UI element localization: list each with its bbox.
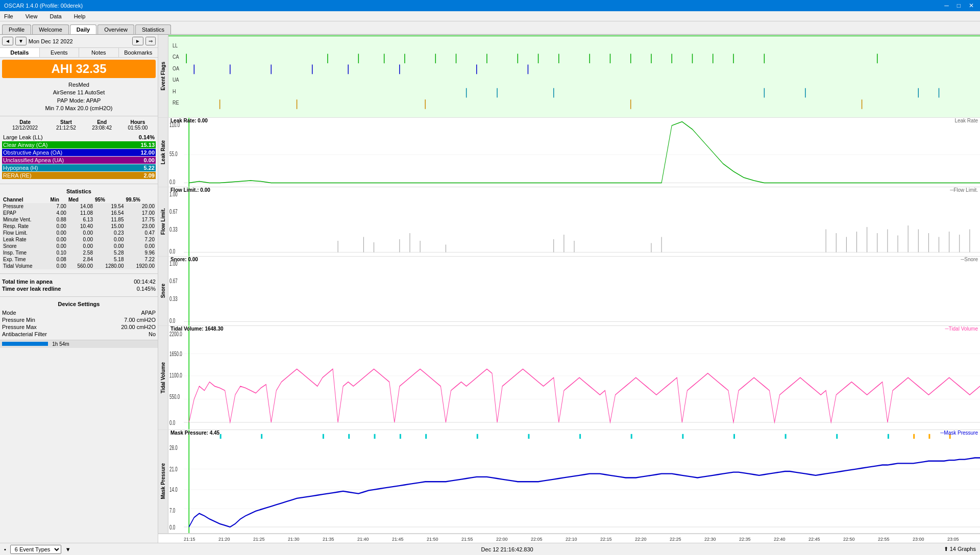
tab-overview[interactable]: Overview xyxy=(97,24,134,34)
title-bar: OSCAR 1.4.0 (Profile: 00derek) ─ □ ✕ xyxy=(0,0,980,11)
event-row-ua: Unclassified Apnea (UA) 0.00 xyxy=(2,157,156,164)
minimize-button[interactable]: ─ xyxy=(942,2,951,9)
stats-cell-2-0: Minute Vent. xyxy=(2,216,50,223)
stats-cell-4-0: Flow Limit. xyxy=(2,230,50,236)
ds-value-3: No xyxy=(149,331,156,337)
svg-text:21:30: 21:30 xyxy=(288,537,300,542)
chart-title-bar-tidal-volume: Tidal Volume: 1648.30 ─Tidal Volume xyxy=(168,326,980,334)
chart-content-snore[interactable]: Snore: 0.00 ─Snore 1.00 0.67 0.33 0.0 xyxy=(168,257,980,325)
svg-text:22:25: 22:25 xyxy=(670,537,681,542)
bottom-bar: • 6 Event Types ▼ Dec 12 21:16:42.830 ⬆ … xyxy=(0,543,980,555)
pressure-range: Min 7.0 Max 20.0 (cmH2O) xyxy=(1,105,157,112)
close-button[interactable]: ✕ xyxy=(967,2,976,9)
chart-svg-mask-pressure: 28.0 21.0 14.0 7.0 0.0 xyxy=(168,430,980,534)
stats-cell-3-0: Resp. Rate xyxy=(2,223,50,230)
chart-content-flow-limit[interactable]: Flow Limit.: 0.00 ─Flow Limit. 1.00 0.67… xyxy=(168,187,980,256)
end-header: End xyxy=(84,119,120,125)
current-date: Mon Dec 12 2022 xyxy=(29,38,130,44)
sub-tab-events[interactable]: Events xyxy=(40,48,80,57)
event-ua-value: 0.00 xyxy=(144,157,155,163)
hours-header: Hours xyxy=(120,119,156,125)
chart-event-flags: Event Flags LL CA OA UA H RE xyxy=(158,35,980,118)
svg-text:22:05: 22:05 xyxy=(531,537,543,542)
stats-cell-3-1: 0.00 xyxy=(50,223,67,230)
svg-text:21:25: 21:25 xyxy=(253,537,265,542)
event-h-value: 5.22 xyxy=(144,165,155,171)
sub-tab-bookmarks[interactable]: Bookmarks xyxy=(119,48,158,57)
stats-cell-2-4: 17.75 xyxy=(125,216,156,223)
menu-view[interactable]: View xyxy=(23,13,40,20)
statistics-section: Statistics Channel Min Med 95% 99.5% Pre… xyxy=(0,186,158,271)
svg-text:RE: RE xyxy=(173,99,179,106)
svg-text:22:10: 22:10 xyxy=(566,537,577,542)
menu-data[interactable]: Data xyxy=(47,13,63,20)
sub-tab-notes[interactable]: Notes xyxy=(79,48,119,57)
dropdown-arrow: ▼ xyxy=(65,546,71,552)
stats-cell-6-0: Snore xyxy=(2,243,50,249)
svg-text:22:35: 22:35 xyxy=(739,537,751,542)
nav-prev-button[interactable]: ◄ xyxy=(2,37,13,45)
maximize-button[interactable]: □ xyxy=(955,2,963,9)
ds-label-0: Mode xyxy=(2,310,16,316)
svg-text:0.33: 0.33 xyxy=(169,295,178,302)
menu-file[interactable]: File xyxy=(2,13,15,20)
sub-tab-details[interactable]: Details xyxy=(0,48,40,57)
totals-apnea-row: Total time in apnea 00:14:42 xyxy=(2,278,156,285)
session-info: Date Start End Hours 12/12/2022 21:12:52… xyxy=(0,118,158,132)
chart-title-left-leak-rate: Leak Rate: 0.00 xyxy=(170,118,208,126)
chart-title-right-flow-limit: ─Flow Limit. xyxy=(950,187,978,195)
svg-text:21:15: 21:15 xyxy=(184,537,195,542)
chart-title-bar-flow-limit: Flow Limit.: 0.00 ─Flow Limit. xyxy=(168,187,980,195)
totals-section: Total time in apnea 00:14:42 Time over l… xyxy=(0,276,158,294)
svg-text:21:50: 21:50 xyxy=(427,537,438,542)
stats-cell-5-3: 0.00 xyxy=(94,236,125,243)
tab-daily[interactable]: Daily xyxy=(70,24,96,34)
totals-leak-label: Time over leak redline xyxy=(2,286,61,292)
nav-next-button[interactable]: ► xyxy=(132,37,143,45)
event-types-select[interactable]: 6 Event Types xyxy=(10,545,61,554)
svg-text:21:45: 21:45 xyxy=(392,537,404,542)
tab-welcome[interactable]: Welcome xyxy=(32,24,69,34)
chart-label-text-mask-pressure: Mask Pressure xyxy=(160,463,166,499)
svg-rect-97 xyxy=(168,326,980,430)
chart-content-tidal-volume[interactable]: Tidal Volume: 1648.30 ─Tidal Volume 2200… xyxy=(168,326,980,430)
event-oa-value: 12.00 xyxy=(140,149,155,156)
window-title: OSCAR 1.4.0 (Profile: 00derek) xyxy=(4,3,83,9)
stats-cell-7-3: 5.28 xyxy=(94,249,125,256)
nav-dropdown-button[interactable]: ▼ xyxy=(15,37,27,45)
svg-text:0.0: 0.0 xyxy=(169,179,175,186)
ahi-value: AHI 32.35 xyxy=(6,62,152,76)
chart-tidal-volume: Tidal Volume Tidal Volume: 1648.30 ─Tida… xyxy=(158,326,980,430)
device-setting-row-1: Pressure Min7.00 cmH2O xyxy=(2,316,156,323)
chart-content-leak-rate[interactable]: Leak Rate: 0.00 Leak Rate 110.0 55.0 0.0 xyxy=(168,118,980,187)
svg-text:23:00: 23:00 xyxy=(913,537,924,542)
stats-cell-5-4: 7.20 xyxy=(125,236,156,243)
chart-svg-snore: 1.00 0.67 0.33 0.0 xyxy=(168,257,980,325)
totals-leak-value: 0.145% xyxy=(137,286,156,292)
stats-cell-8-0: Exp. Time xyxy=(2,256,50,263)
ahi-box: AHI 32.35 xyxy=(2,60,156,78)
ds-label-1: Pressure Min xyxy=(2,317,35,323)
chart-content-event-flags[interactable]: LL CA OA UA H RE xyxy=(168,35,980,117)
chart-title-right-leak-rate: Leak Rate xyxy=(954,118,978,126)
svg-text:22:30: 22:30 xyxy=(704,537,716,542)
svg-text:21:20: 21:20 xyxy=(218,537,230,542)
device-info: ResMed AirSense 11 AutoSet PAP Mode: APA… xyxy=(0,80,158,114)
chart-label-snore: Snore xyxy=(158,257,168,325)
chart-svg-tidal-volume: 2200.0 1650.0 1100.0 550.0 0.0 xyxy=(168,326,980,430)
chart-label-text-tidal-volume: Tidal Volume xyxy=(160,362,166,393)
window-controls: ─ □ ✕ xyxy=(942,2,976,9)
stats-cell-0-1: 7.00 xyxy=(50,203,67,210)
chart-svg-flow-limit: 1.00 0.67 0.33 0.0 xyxy=(168,187,980,256)
svg-text:22:00: 22:00 xyxy=(496,537,508,542)
device-settings-title: Device Settings xyxy=(2,301,156,307)
menu-help[interactable]: Help xyxy=(72,13,88,20)
svg-text:22:45: 22:45 xyxy=(808,537,820,542)
chart-content-mask-pressure[interactable]: Mask Pressure: 4.45 ─Mask Pressure 28.0 … xyxy=(168,430,980,534)
tab-profile[interactable]: Profile xyxy=(2,24,31,34)
nav-latest-button[interactable]: ⇒ xyxy=(145,37,156,45)
tab-statistics[interactable]: Statistics xyxy=(135,24,171,34)
stats-cell-6-2: 0.00 xyxy=(67,243,94,249)
chart-label-text-event-flags: Event Flags xyxy=(160,62,166,90)
svg-text:21:55: 21:55 xyxy=(461,537,473,542)
